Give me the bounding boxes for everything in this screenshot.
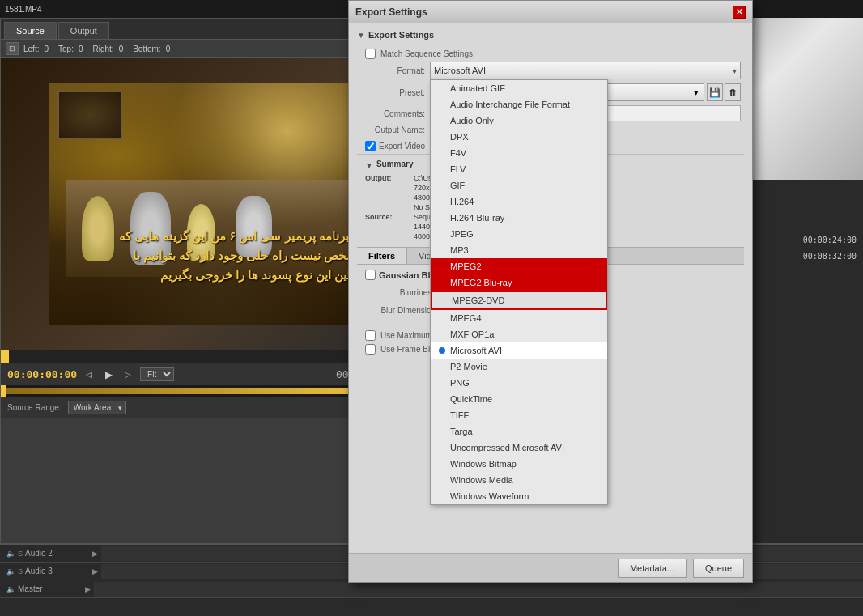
match-sequence-checkbox[interactable] — [365, 49, 376, 59]
export-settings-section: ▼ Export Settings Match Sequence Setting… — [349, 23, 752, 369]
format-dropdown-menu[interactable]: Animated GIF Audio Interchange File Form… — [430, 79, 608, 505]
format-option-audio-only[interactable]: Audio Only — [431, 113, 607, 129]
format-option-mpeg2-dvd[interactable]: MPEG2-DVD — [431, 291, 607, 310]
max-render-checkbox[interactable] — [365, 330, 376, 341]
dialog-title: Export Settings — [355, 6, 427, 18]
step-back-button[interactable]: ◁ — [82, 367, 96, 382]
output-name-label: Output Name: — [360, 125, 425, 134]
format-option-aiff[interactable]: Audio Interchange File Format — [431, 96, 607, 113]
metadata-button[interactable]: Metadata... — [618, 559, 687, 578]
bottom-value: 0 — [166, 45, 171, 53]
track-label-audio3: Audio 3 — [25, 567, 90, 576]
summary-src-audio-key — [365, 232, 414, 240]
format-option-dpx[interactable]: DPX — [431, 129, 607, 145]
section-header: ▼ Export Settings — [357, 30, 744, 40]
format-row: Format: Microsoft AVI ▾ Animated GIF — [357, 62, 744, 79]
export-video-checkbox[interactable] — [365, 141, 376, 151]
overlay-text: در برنامه پریمیر سی اس ۶ من این گزینه ها… — [49, 227, 363, 285]
dialog-body: ▼ Export Settings Match Sequence Setting… — [349, 23, 752, 582]
export-video-label: Export Video — [379, 142, 425, 151]
track-controls-audio2: 🔈 S Audio 2 ▶ — [6, 549, 98, 558]
solo-icon-audio2[interactable]: S — [18, 550, 23, 558]
format-option-mp3[interactable]: MP3 — [431, 242, 607, 258]
preset-save-button[interactable]: 💾 — [707, 83, 723, 101]
summary-output-key: Output: — [365, 174, 414, 182]
left-value: 0 — [44, 45, 49, 53]
tab-source[interactable]: Source — [4, 22, 57, 39]
format-option-windows-media[interactable]: Windows Media — [431, 472, 607, 488]
mute-icon-master[interactable]: 🔈 — [6, 585, 15, 593]
section-collapse-icon[interactable]: ▼ — [357, 31, 365, 40]
work-area-dropdown[interactable]: Work Area ▾ — [68, 401, 127, 414]
format-option-f4v[interactable]: F4V — [431, 145, 607, 161]
track-expand-audio3[interactable]: ▶ — [92, 567, 98, 576]
crop-icon: ⊡ — [6, 42, 19, 55]
dialog-titlebar: Export Settings ✕ — [349, 1, 752, 23]
step-forward-button[interactable]: ▷ — [121, 367, 135, 382]
preset-arrow: ▾ — [694, 87, 699, 98]
range-start-handle[interactable] — [1, 385, 6, 397]
format-option-mpeg2[interactable]: MPEG2 — [431, 258, 607, 274]
track-expand-master[interactable]: ▶ — [85, 585, 91, 593]
format-dropdown[interactable]: Microsoft AVI ▾ — [430, 62, 741, 79]
section-title: Export Settings — [368, 30, 434, 40]
mute-icon-audio2[interactable]: 🔈 — [6, 550, 15, 558]
play-button[interactable]: ▶ — [101, 367, 116, 382]
match-sequence-label: Match Sequence Settings — [380, 49, 473, 58]
summary-collapse-icon[interactable]: ▼ — [365, 161, 373, 170]
source-range-label: Source Range: — [7, 403, 62, 412]
gaussian-blur-checkbox[interactable] — [365, 270, 376, 280]
format-option-uncompressed-avi[interactable]: Uncompressed Microsoft AVI — [431, 440, 607, 456]
work-area-arrow: ▾ — [118, 404, 122, 412]
format-dropdown-container: Microsoft AVI ▾ Animated GIF Audio Inter… — [430, 62, 741, 79]
track-controls-audio3: 🔈 S Audio 3 ▶ — [6, 567, 98, 576]
time-current: 00:00:00:00 — [7, 368, 77, 380]
format-value: Microsoft AVI — [434, 66, 486, 75]
summary-source-key: Source: — [365, 213, 414, 221]
track-expand-audio2[interactable]: ▶ — [92, 550, 98, 558]
tab-output[interactable]: Output — [58, 22, 109, 39]
preview-time-1: 00:00:24:00 — [803, 236, 857, 244]
format-option-ms-avi[interactable]: Microsoft AVI — [431, 342, 607, 359]
format-option-mpeg2-bluray[interactable]: MPEG2 Blu-ray — [431, 274, 607, 291]
blurriness-label: Blurriness: — [365, 288, 438, 297]
frame-blend-checkbox[interactable] — [365, 344, 376, 355]
format-option-windows-waveform[interactable]: Windows Waveform — [431, 488, 607, 504]
format-option-png[interactable]: PNG — [431, 375, 607, 391]
dropdown-arrow-icon: ▾ — [733, 66, 737, 75]
preview-panel: 00:00:24:00 00:08:32:00 — [750, 18, 863, 293]
fit-dropdown[interactable]: Fit — [140, 367, 174, 381]
dialog-close-button[interactable]: ✕ — [733, 6, 746, 19]
format-option-flv[interactable]: FLV — [431, 161, 607, 177]
summary-label: Summary — [376, 159, 414, 168]
format-option-windows-bitmap[interactable]: Windows Bitmap — [431, 456, 607, 472]
mute-icon-audio3[interactable]: 🔈 — [6, 567, 15, 576]
file-title: 1581.MP4 — [5, 5, 42, 14]
filter-tab-filters[interactable]: Filters — [357, 248, 407, 264]
queue-button[interactable]: Queue — [693, 559, 744, 578]
format-option-gif[interactable]: GIF — [431, 177, 607, 193]
format-option-p2-movie[interactable]: P2 Movie — [431, 359, 607, 375]
format-option-animated-gif[interactable]: Animated GIF — [431, 80, 607, 96]
video-content — [49, 83, 389, 325]
summary-resolution-key — [365, 184, 414, 192]
solo-icon-audio3[interactable]: S — [18, 567, 23, 576]
format-option-tiff[interactable]: TIFF — [431, 407, 607, 423]
format-option-quicktime[interactable]: QuickTime — [431, 391, 607, 407]
track-content-master — [94, 582, 863, 597]
format-option-mpeg4[interactable]: MPEG4 — [431, 310, 607, 326]
scene-painting — [57, 91, 122, 139]
bottom-label: Bottom: — [133, 45, 160, 53]
right-label: Right: — [93, 45, 114, 53]
right-value: 0 — [119, 45, 124, 53]
preset-delete-button[interactable]: 🗑 — [725, 83, 741, 101]
format-option-mxf[interactable]: MXF OP1a — [431, 326, 607, 342]
top-label: Top: — [58, 45, 74, 53]
export-video-row: Export Video — [365, 141, 425, 151]
format-option-jpeg[interactable]: JPEG — [431, 226, 607, 242]
preview-image — [750, 18, 863, 180]
summary-src-res-key — [365, 223, 414, 231]
format-option-h264[interactable]: H.264 — [431, 193, 607, 210]
format-option-h264-bluray[interactable]: H.264 Blu-ray — [431, 210, 607, 226]
format-option-targa[interactable]: Targa — [431, 423, 607, 440]
